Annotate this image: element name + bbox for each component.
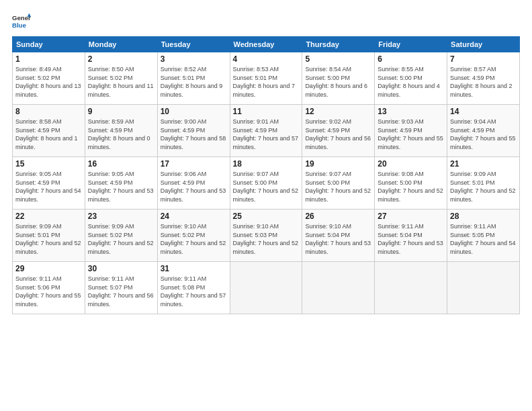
calendar-cell: 25 Sunrise: 9:10 AMSunset: 5:03 PMDaylig… [230, 210, 302, 262]
calendar-cell: 12 Sunrise: 9:02 AMSunset: 4:59 PMDaylig… [302, 105, 375, 157]
day-info: Sunrise: 8:49 AMSunset: 5:02 PMDaylight:… [15, 66, 81, 98]
day-info: Sunrise: 9:10 AMSunset: 5:02 PMDaylight:… [161, 223, 226, 255]
calendar-page: General Blue SundayMondayTuesdayWednesda… [0, 0, 532, 411]
calendar-cell: 3 Sunrise: 8:52 AMSunset: 5:01 PMDayligh… [157, 52, 230, 105]
day-info: Sunrise: 9:09 AMSunset: 5:01 PMDaylight:… [450, 171, 516, 203]
calendar-cell: 6 Sunrise: 8:55 AMSunset: 5:00 PMDayligh… [375, 52, 447, 105]
calendar-cell: 20 Sunrise: 9:08 AMSunset: 5:00 PMDaylig… [375, 157, 447, 210]
calendar-cell: 2 Sunrise: 8:50 AMSunset: 5:02 PMDayligh… [85, 52, 157, 105]
day-number: 7 [450, 54, 517, 64]
day-info: Sunrise: 9:05 AMSunset: 4:59 PMDaylight:… [15, 171, 81, 203]
day-info: Sunrise: 8:57 AMSunset: 4:59 PMDaylight:… [450, 66, 513, 98]
day-info: Sunrise: 8:58 AMSunset: 4:59 PMDaylight:… [15, 118, 78, 150]
calendar-table: SundayMondayTuesdayWednesdayThursdayFrid… [12, 36, 520, 314]
calendar-cell: 13 Sunrise: 9:03 AMSunset: 4:59 PMDaylig… [375, 105, 447, 157]
day-number: 29 [15, 264, 82, 273]
calendar-cell [302, 262, 375, 314]
day-number: 16 [88, 159, 154, 169]
day-number: 22 [15, 212, 82, 221]
day-info: Sunrise: 9:10 AMSunset: 5:03 PMDaylight:… [233, 223, 299, 255]
day-info: Sunrise: 9:01 AMSunset: 4:59 PMDaylight:… [233, 118, 299, 150]
calendar-cell: 23 Sunrise: 9:09 AMSunset: 5:02 PMDaylig… [85, 210, 157, 262]
calendar-cell: 30 Sunrise: 9:11 AMSunset: 5:07 PMDaylig… [85, 262, 157, 314]
day-info: Sunrise: 8:50 AMSunset: 5:02 PMDaylight:… [88, 66, 154, 98]
calendar-week: 29 Sunrise: 9:11 AMSunset: 5:06 PMDaylig… [13, 262, 520, 314]
calendar-cell: 28 Sunrise: 9:11 AMSunset: 5:05 PMDaylig… [447, 210, 520, 262]
svg-text:General: General [12, 14, 31, 21]
day-info: Sunrise: 9:09 AMSunset: 5:01 PMDaylight:… [15, 223, 81, 255]
calendar-cell [447, 262, 520, 314]
calendar-cell: 18 Sunrise: 9:07 AMSunset: 5:00 PMDaylig… [230, 157, 302, 210]
day-info: Sunrise: 9:11 AMSunset: 5:05 PMDaylight:… [450, 223, 516, 255]
calendar-cell: 9 Sunrise: 8:59 AMSunset: 4:59 PMDayligh… [85, 105, 157, 157]
day-number: 21 [450, 159, 517, 169]
calendar-cell: 1 Sunrise: 8:49 AMSunset: 5:02 PMDayligh… [13, 52, 85, 105]
calendar-cell: 11 Sunrise: 9:01 AMSunset: 4:59 PMDaylig… [230, 105, 302, 157]
calendar-week: 8 Sunrise: 8:58 AMSunset: 4:59 PMDayligh… [13, 105, 520, 157]
calendar-cell: 5 Sunrise: 8:54 AMSunset: 5:00 PMDayligh… [302, 52, 375, 105]
day-number: 23 [88, 212, 154, 221]
day-number: 13 [378, 107, 444, 116]
day-info: Sunrise: 8:55 AMSunset: 5:00 PMDaylight:… [378, 66, 440, 98]
day-number: 4 [233, 54, 300, 64]
day-info: Sunrise: 9:09 AMSunset: 5:02 PMDaylight:… [88, 223, 154, 255]
day-number: 19 [305, 159, 371, 169]
calendar-cell: 16 Sunrise: 9:05 AMSunset: 4:59 PMDaylig… [85, 157, 157, 210]
day-info: Sunrise: 9:00 AMSunset: 4:59 PMDaylight:… [161, 118, 226, 150]
day-number: 1 [15, 54, 82, 64]
day-number: 27 [378, 212, 444, 221]
weekday-header: Sunday [13, 37, 85, 52]
day-number: 12 [305, 107, 371, 116]
day-number: 25 [233, 212, 300, 221]
day-number: 30 [88, 264, 154, 273]
day-number: 5 [305, 54, 371, 64]
day-number: 20 [378, 159, 444, 169]
day-number: 8 [15, 107, 82, 116]
day-info: Sunrise: 9:07 AMSunset: 5:00 PMDaylight:… [233, 171, 299, 203]
day-number: 9 [88, 107, 154, 116]
day-info: Sunrise: 9:04 AMSunset: 4:59 PMDaylight:… [450, 118, 516, 150]
day-number: 2 [88, 54, 154, 64]
header: General Blue [12, 12, 520, 31]
calendar-cell: 17 Sunrise: 9:06 AMSunset: 4:59 PMDaylig… [157, 157, 230, 210]
calendar-cell: 21 Sunrise: 9:09 AMSunset: 5:01 PMDaylig… [447, 157, 520, 210]
calendar-cell: 22 Sunrise: 9:09 AMSunset: 5:01 PMDaylig… [13, 210, 85, 262]
weekday-header: Wednesday [230, 37, 302, 52]
day-number: 11 [233, 107, 300, 116]
calendar-cell: 8 Sunrise: 8:58 AMSunset: 4:59 PMDayligh… [13, 105, 85, 157]
day-info: Sunrise: 9:11 AMSunset: 5:08 PMDaylight:… [161, 275, 226, 308]
weekday-header: Monday [85, 37, 157, 52]
day-info: Sunrise: 9:07 AMSunset: 5:00 PMDaylight:… [305, 171, 371, 203]
calendar-cell: 4 Sunrise: 8:53 AMSunset: 5:01 PMDayligh… [230, 52, 302, 105]
weekday-header: Tuesday [157, 37, 230, 52]
calendar-cell: 15 Sunrise: 9:05 AMSunset: 4:59 PMDaylig… [13, 157, 85, 210]
weekday-header: Thursday [302, 37, 375, 52]
day-info: Sunrise: 9:10 AMSunset: 5:04 PMDaylight:… [305, 223, 371, 255]
weekday-header: Friday [375, 37, 447, 52]
day-number: 3 [161, 54, 227, 64]
day-info: Sunrise: 9:11 AMSunset: 5:04 PMDaylight:… [378, 223, 443, 255]
logo: General Blue [12, 12, 31, 31]
day-number: 28 [450, 212, 517, 221]
calendar-week: 22 Sunrise: 9:09 AMSunset: 5:01 PMDaylig… [13, 210, 520, 262]
day-number: 24 [161, 212, 227, 221]
day-info: Sunrise: 8:52 AMSunset: 5:01 PMDaylight:… [161, 66, 223, 98]
weekday-header: Saturday [447, 37, 520, 52]
day-info: Sunrise: 9:06 AMSunset: 4:59 PMDaylight:… [161, 171, 226, 203]
calendar-cell: 31 Sunrise: 9:11 AMSunset: 5:08 PMDaylig… [157, 262, 230, 314]
day-info: Sunrise: 8:54 AMSunset: 5:00 PMDaylight:… [305, 66, 367, 98]
svg-text:Blue: Blue [12, 21, 26, 29]
day-number: 15 [15, 159, 82, 169]
day-number: 6 [378, 54, 444, 64]
calendar-cell: 29 Sunrise: 9:11 AMSunset: 5:06 PMDaylig… [13, 262, 85, 314]
day-number: 31 [161, 264, 227, 273]
calendar-cell: 14 Sunrise: 9:04 AMSunset: 4:59 PMDaylig… [447, 105, 520, 157]
calendar-week: 1 Sunrise: 8:49 AMSunset: 5:02 PMDayligh… [13, 52, 520, 105]
calendar-cell: 10 Sunrise: 9:00 AMSunset: 4:59 PMDaylig… [157, 105, 230, 157]
calendar-cell: 7 Sunrise: 8:57 AMSunset: 4:59 PMDayligh… [447, 52, 520, 105]
calendar-cell [230, 262, 302, 314]
day-info: Sunrise: 9:05 AMSunset: 4:59 PMDaylight:… [88, 171, 154, 203]
calendar-cell: 27 Sunrise: 9:11 AMSunset: 5:04 PMDaylig… [375, 210, 447, 262]
day-number: 17 [161, 159, 227, 169]
day-info: Sunrise: 9:03 AMSunset: 4:59 PMDaylight:… [378, 118, 443, 150]
